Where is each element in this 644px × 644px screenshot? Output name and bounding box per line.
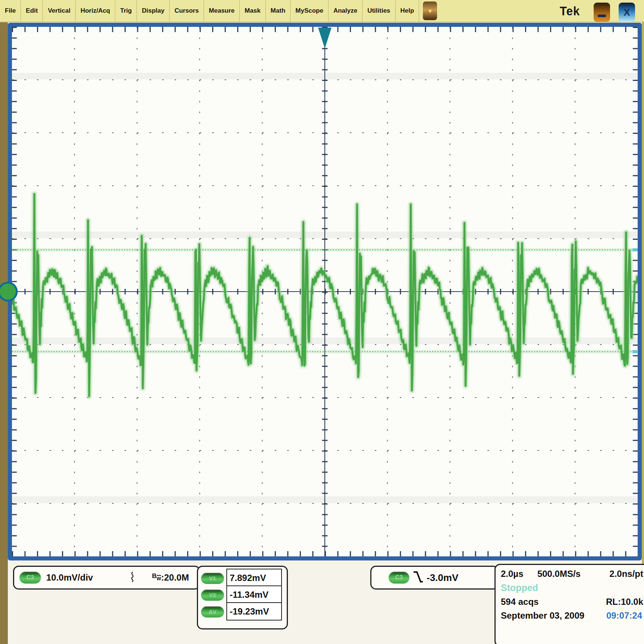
menu-item-edit[interactable]: Edit (21, 0, 43, 22)
menu-item-vertical[interactable]: Vertical (43, 0, 76, 22)
cursor-row-3: ΔV-19.23mV (201, 603, 287, 620)
status-row: Stopped (501, 582, 643, 593)
cursor-edge-marker[interactable] (632, 350, 637, 353)
menu-item-file[interactable]: File (0, 0, 21, 22)
acquisition-info-box: 2.0µs 500.0MS/s 2.0ns/pt Stopped 594 acq… (494, 564, 644, 644)
menu-item-math[interactable]: Math (266, 0, 291, 22)
cursor-badge-2[interactable]: V2 (201, 590, 224, 601)
clock-label: 09:07:24 (605, 610, 643, 621)
cursor-row-2: V2-11.34mV (201, 587, 287, 603)
menu-item-display[interactable]: Display (137, 0, 169, 22)
bandwidth-value: :20.0M (161, 572, 189, 583)
record-length[interactable]: RL:10.0k (606, 597, 643, 607)
menu-item-measure[interactable]: Measure (204, 0, 240, 22)
ac-coupling-icon (129, 571, 135, 584)
trigger-readout-box: C3 -3.0mV (370, 566, 499, 590)
cursor-row-1: V17.892mV (201, 570, 287, 587)
menu-items: FileEditVerticalHoriz/AcqTrigDisplayCurs… (0, 0, 419, 22)
cursor-badge-1[interactable]: V1 (201, 573, 224, 584)
sample-resolution: 2.0ns/pt (609, 569, 643, 579)
menu-item-myscope[interactable]: MyScope (290, 0, 329, 22)
bandwidth-w: W (157, 575, 161, 581)
minimize-icon (598, 15, 606, 17)
voltage-cursor-band (12, 248, 638, 251)
cursor-value-3: -19.23mV (226, 602, 282, 621)
menu-overflow-button[interactable]: ▼ (423, 1, 437, 20)
menu-item-cursors[interactable]: Cursors (170, 0, 204, 22)
menu-item-analyze[interactable]: Analyze (329, 0, 362, 22)
acquisition-count: 594 acqs (501, 597, 538, 607)
menu-item-mask[interactable]: Mask (240, 0, 266, 22)
cursor-value-2: -11.34mV (226, 585, 282, 604)
minimize-button[interactable] (594, 3, 610, 22)
falling-edge-icon (412, 570, 424, 585)
cursor-value-1: 7.892mV (226, 569, 282, 587)
menu-item-help[interactable]: Help (396, 0, 420, 22)
menu-item-horiz-acq[interactable]: Horiz/Acq (76, 0, 115, 22)
cursor-edge-marker[interactable] (632, 248, 637, 251)
menu-item-trig[interactable]: Trig (115, 0, 137, 22)
cursor-readout-box: V17.892mVV2-11.34mVΔV-19.23mV (197, 566, 288, 629)
menu-bar: FileEditVerticalHoriz/AcqTrigDisplayCurs… (0, 0, 644, 22)
tek-logo: Tek (560, 4, 580, 19)
bandwidth-b: B (152, 572, 156, 580)
channel-scale[interactable]: 10.0mV/div (46, 572, 93, 583)
trigger-level[interactable]: -3.0mV (427, 572, 458, 584)
acqs-row: 594 acqs RL:10.0k (501, 597, 643, 607)
trigger-source-badge[interactable]: C3 (389, 572, 409, 584)
triangle-down-icon: ▼ (427, 8, 433, 14)
acquisition-status: Stopped (501, 582, 538, 593)
channel-ground-marker[interactable] (0, 283, 17, 301)
voltage-cursor-band (12, 350, 638, 354)
channel-readout-box: C3 10.0mV/div BW:20.0M (13, 566, 200, 590)
date-row: September 03, 2009 09:07:24 (501, 610, 643, 621)
oscilloscope-screen: FileEditVerticalHoriz/AcqTrigDisplayCurs… (0, 0, 644, 644)
graticule-display (0, 0, 644, 644)
close-icon: X (623, 7, 630, 18)
channel-badge[interactable]: C3 (19, 572, 41, 584)
close-button[interactable]: X (619, 3, 635, 22)
sample-rate: 500.0MS/s (537, 569, 581, 579)
timebase-row: 2.0µs 500.0MS/s 2.0ns/pt (501, 569, 643, 579)
menu-item-utilities[interactable]: Utilities (362, 0, 395, 22)
cursor-badge-3[interactable]: ΔV (201, 606, 224, 618)
bandwidth-limit[interactable]: BW:20.0M (152, 572, 189, 583)
date-label: September 03, 2009 (501, 610, 584, 621)
timebase-value[interactable]: 2.0µs (501, 569, 524, 579)
